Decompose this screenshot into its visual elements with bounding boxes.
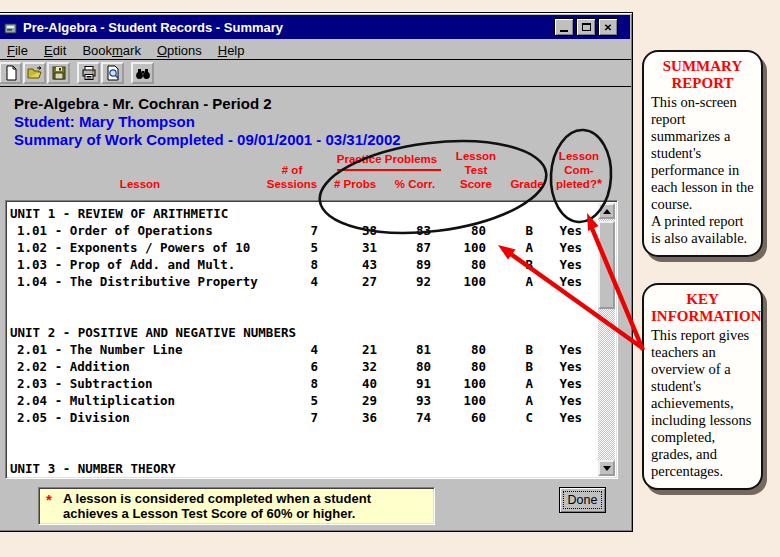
cell-test-score: 80	[431, 341, 486, 358]
cell-num-probs: 40	[318, 375, 377, 392]
table-row-lesson: 1.02 - Exponents / Powers of 1053187100A…	[8, 239, 597, 256]
scroll-up-button[interactable]	[598, 203, 615, 219]
table-rows: UNIT 1 - REVIEW OF ARITHMETIC1.01 - Orde…	[8, 203, 597, 476]
close-button[interactable]: ✕	[598, 18, 618, 36]
print-button[interactable]	[77, 62, 100, 84]
app-window: Pre-Algebra - Student Records - Summary …	[0, 12, 633, 532]
cell-lesson: 2.03 - Subtraction	[8, 375, 300, 392]
print-icon	[81, 65, 97, 81]
cell-percent-correct: 74	[377, 409, 431, 426]
menu-file[interactable]: File	[0, 42, 36, 59]
cell-percent-correct: 80	[377, 358, 431, 375]
vertical-scrollbar[interactable]	[598, 203, 615, 476]
table-row-blank	[8, 290, 597, 307]
column-header-lesson: Lesson	[120, 177, 160, 191]
cell-num-probs: 21	[318, 341, 377, 358]
cell-lesson: 2.01 - The Number Line	[8, 341, 300, 358]
cell-percent-correct: 89	[377, 256, 431, 273]
table-row-blank	[8, 307, 597, 324]
toolbar	[0, 60, 631, 87]
practice-problems-underline	[337, 169, 441, 171]
maximize-icon	[582, 23, 591, 31]
cell-lesson: 1.04 - The Distributive Property	[8, 273, 300, 290]
new-document-icon	[3, 65, 19, 81]
cell-percent-correct: 91	[377, 375, 431, 392]
print-preview-icon	[105, 65, 121, 81]
table-row-unit: UNIT 1 - REVIEW OF ARITHMETIC	[8, 205, 597, 222]
cell-completed: Yes	[533, 239, 582, 256]
new-document-button[interactable]	[0, 62, 22, 84]
cell-test-score: 80	[431, 358, 486, 375]
cell-grade: B	[486, 341, 533, 358]
callout-paragraph: This on-screen report summarizes a stude…	[651, 94, 754, 213]
cell-completed: Yes	[533, 375, 582, 392]
app-icon	[4, 21, 18, 34]
menu-bookmark[interactable]: Bookmark	[74, 42, 149, 59]
cell-test-score: 80	[431, 222, 486, 239]
scrollbar-thumb[interactable]	[598, 221, 615, 309]
scroll-down-button[interactable]	[598, 460, 615, 476]
save-floppy-icon	[51, 65, 67, 81]
table-row-lesson: 1.01 - Order of Operations7388380BYes	[8, 222, 597, 239]
cell-percent-correct: 92	[377, 273, 431, 290]
callout-key-information: KEY INFORMATION This report gives teache…	[642, 283, 763, 490]
print-preview-button[interactable]	[101, 62, 124, 84]
minimize-button[interactable]	[554, 18, 574, 36]
column-header-completed: Lesson Com- pleted?*	[556, 149, 602, 191]
table-row-lesson: 2.03 - Subtraction84091100AYes	[8, 375, 597, 392]
cell-num-probs: 32	[318, 358, 377, 375]
open-folder-icon	[27, 65, 43, 81]
menu-edit[interactable]: Edit	[36, 42, 74, 59]
table-row-blank	[8, 426, 597, 443]
cell-lesson: 2.04 - Multiplication	[8, 392, 300, 409]
cell-completed: Yes	[533, 341, 582, 358]
menu-bar: FileEditBookmarkOptionsHelp	[0, 41, 631, 60]
cell-sessions: 8	[300, 375, 318, 392]
titlebar-buttons: ✕	[554, 18, 618, 36]
cell-percent-correct: 83	[377, 222, 431, 239]
cell-completed: Yes	[533, 256, 582, 273]
done-button[interactable]: Done	[559, 487, 606, 513]
find-button[interactable]	[131, 62, 154, 84]
cell-grade: B	[486, 222, 533, 239]
footnote-asterisk: *	[46, 491, 52, 508]
cell-grade: B	[486, 256, 533, 273]
cell-sessions: 6	[300, 358, 318, 375]
report-summary-line: Summary of Work Completed - 09/01/2001 -…	[14, 131, 401, 148]
cell-grade: A	[486, 273, 533, 290]
maximize-button[interactable]	[576, 18, 596, 36]
table-row-lesson: 1.03 - Prop of Add. and Mult.8438980BYes	[8, 256, 597, 273]
menu-options[interactable]: Options	[149, 42, 210, 59]
table-row-lesson: 2.04 - Multiplication52993100AYes	[8, 392, 597, 409]
cell-completed: Yes	[533, 273, 582, 290]
cell-percent-correct: 81	[377, 341, 431, 358]
minimize-icon	[560, 30, 568, 32]
cell-lesson: UNIT 1 - REVIEW OF ARITHMETIC	[8, 205, 300, 222]
cell-sessions: 4	[300, 341, 318, 358]
column-header-test-score: Lesson Test Score	[456, 149, 496, 191]
cell-num-probs: 31	[318, 239, 377, 256]
footnote-box: * A lesson is considered completed when …	[38, 487, 435, 525]
cell-completed: Yes	[533, 358, 582, 375]
cell-grade: A	[486, 375, 533, 392]
cell-grade: A	[486, 392, 533, 409]
open-file-button[interactable]	[23, 62, 46, 84]
cell-grade: B	[486, 358, 533, 375]
cell-sessions: 7	[300, 409, 318, 426]
cell-lesson: UNIT 3 - NUMBER THEORY	[8, 460, 300, 476]
column-header-grade: Grade	[510, 177, 543, 191]
callout-summary-report: SUMMARY REPORT This on-screen report sum…	[642, 50, 763, 257]
cell-lesson: 1.02 - Exponents / Powers of 10	[8, 239, 300, 256]
table-row-lesson: 2.01 - The Number Line4218180BYes	[8, 341, 597, 358]
cell-completed: Yes	[533, 222, 582, 239]
column-header-probs: # Probs	[334, 177, 376, 191]
cell-percent-correct: 93	[377, 392, 431, 409]
scroll-up-icon	[603, 209, 611, 214]
cell-test-score: 100	[431, 273, 486, 290]
cell-sessions: 5	[300, 392, 318, 409]
menu-help[interactable]: Help	[210, 42, 253, 59]
scroll-down-icon	[603, 466, 611, 471]
column-header-sessions: # of Sessions	[267, 163, 318, 191]
save-button[interactable]	[47, 62, 70, 84]
cell-lesson: 1.03 - Prop of Add. and Mult.	[8, 256, 300, 273]
